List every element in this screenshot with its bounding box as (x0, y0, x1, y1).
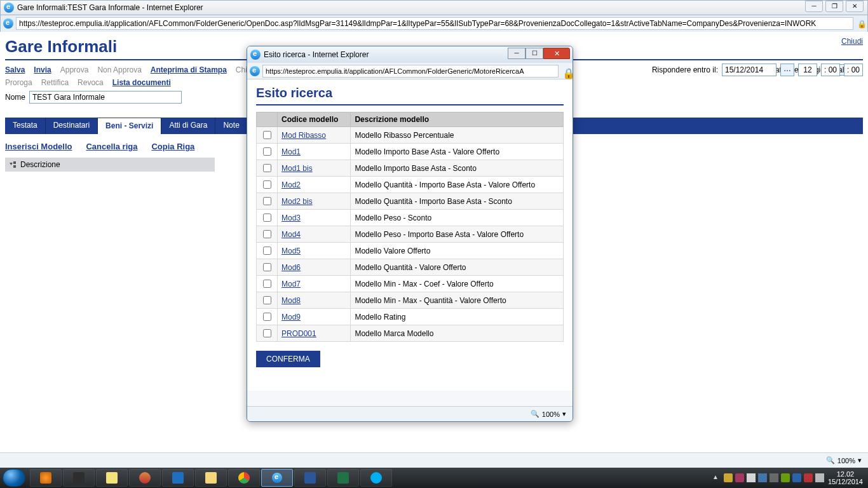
codice-link[interactable]: Mod1 bis (281, 164, 313, 173)
row-checkbox[interactable] (263, 329, 271, 337)
start-button[interactable] (3, 469, 25, 487)
popup-url-input[interactable] (262, 65, 559, 78)
task-chrome[interactable] (228, 469, 260, 487)
task-ie[interactable] (261, 469, 293, 487)
rispondere-mm-input[interactable] (821, 64, 840, 76)
row-checkbox[interactable] (263, 280, 271, 288)
tab-destinatari[interactable]: Destinatari (46, 118, 98, 134)
row-checkbox[interactable] (263, 147, 271, 156)
codice-link[interactable]: Mod4 (281, 230, 301, 239)
popup-maximize-button[interactable]: ☐ (526, 48, 543, 59)
task-skype[interactable] (360, 469, 392, 487)
task-word[interactable] (294, 469, 326, 487)
results-table: Codice modello Descrizione modello Mod R… (256, 112, 564, 342)
date-picker-button[interactable]: … (780, 64, 794, 76)
tray-nvidia-icon[interactable] (781, 473, 790, 482)
popup-minimize-button[interactable]: ─ (508, 48, 526, 59)
codice-link[interactable]: Mod2 (281, 180, 301, 189)
close-link[interactable]: Chiudi (841, 37, 863, 46)
task-excel[interactable] (327, 469, 359, 487)
rispondere-date-input[interactable] (722, 64, 776, 76)
codice-link[interactable]: PROD001 (281, 329, 316, 338)
table-row: Mod1Modello Importo Base Asta - Valore O… (257, 144, 564, 160)
tray-shield-icon[interactable] (724, 473, 733, 482)
codice-link[interactable]: Mod Ribasso (281, 131, 326, 140)
row-checkbox[interactable] (263, 230, 271, 238)
clock[interactable]: 12.02 15/12/2014 (828, 470, 863, 485)
tray-n-icon[interactable] (735, 473, 744, 482)
task-media-player[interactable] (30, 469, 62, 487)
zoom-dropdown-icon[interactable]: ▾ (562, 410, 566, 418)
row-checkbox[interactable] (263, 247, 271, 255)
row-checkbox[interactable] (263, 313, 271, 321)
descrizione-cell: Modello Peso - Importo Base Asta - Valor… (351, 226, 564, 243)
taskbar: ▲ 12.02 15/12/2014 (0, 468, 868, 488)
inserisci-modello-link[interactable]: Inserisci Modello (5, 142, 72, 151)
main-url-input[interactable] (16, 17, 853, 30)
tab-testata[interactable]: Testata (5, 118, 46, 134)
codice-link[interactable]: Mod5 (281, 247, 301, 255)
row-checkbox[interactable] (263, 180, 271, 189)
tray-network-icon[interactable] (758, 473, 767, 482)
tray-up-icon[interactable]: ▲ (712, 473, 721, 482)
task-snipping[interactable] (129, 469, 161, 487)
revoca-link: Revoca (78, 78, 104, 87)
task-explorer[interactable] (195, 469, 227, 487)
tab-atti-di-gara[interactable]: Atti di Gara (161, 118, 215, 134)
table-row: Mod2 bisModello Quantità - Importo Base … (257, 193, 564, 210)
salva-link[interactable]: Salva (5, 65, 25, 74)
main-window-title: Gare Informali:TEST Gara Informale - Int… (17, 3, 203, 12)
invia-link[interactable]: Invia (34, 65, 51, 74)
approva-link: Approva (60, 65, 89, 74)
zoom-dropdown-icon[interactable]: ▾ (858, 456, 862, 464)
popup-zoom-value: 100% (542, 410, 560, 418)
conferma-button[interactable]: CONFERMA (256, 351, 320, 367)
tab-note[interactable]: Note (215, 118, 247, 134)
non-approva-link: Non Approva (97, 65, 141, 74)
nome-label: Nome (5, 93, 25, 102)
cancella-riga-link[interactable]: Cancella riga (86, 142, 137, 151)
tray-icons[interactable]: ▲ (712, 473, 824, 482)
clock-date: 15/12/2014 (828, 478, 863, 485)
codice-link[interactable]: Mod7 (281, 280, 301, 288)
close-button[interactable]: ✕ (846, 1, 864, 12)
copia-riga-link[interactable]: Copia Riga (151, 142, 194, 151)
tray-av-icon[interactable] (804, 473, 813, 482)
nome-input[interactable] (29, 91, 182, 104)
zoom-icon[interactable]: 🔍 (826, 456, 835, 464)
rispondere-ss-input[interactable] (844, 64, 863, 76)
codice-link[interactable]: Mod2 bis (281, 197, 313, 206)
task-sticky-notes[interactable] (96, 469, 128, 487)
tray-flag-icon[interactable] (747, 473, 756, 482)
descrizione-cell: Modello Quantità - Importo Base Asta - S… (351, 193, 564, 210)
task-vaio[interactable] (63, 469, 95, 487)
minimize-button[interactable]: ─ (805, 1, 823, 12)
tray-power-icon[interactable] (815, 473, 824, 482)
codice-link[interactable]: Mod9 (281, 313, 301, 322)
popup-close-button[interactable]: ✕ (543, 48, 570, 59)
table-row: Mod5Modello Valore Offerto (257, 243, 564, 259)
rispondere-hh-input[interactable] (798, 64, 817, 76)
row-checkbox[interactable] (263, 296, 271, 304)
tray-vol-icon[interactable] (770, 473, 778, 482)
row-checkbox[interactable] (263, 263, 271, 271)
tray-bt-icon[interactable] (792, 473, 801, 482)
codice-link[interactable]: Mod3 (281, 214, 301, 222)
row-checkbox[interactable] (263, 197, 271, 205)
main-titlebar: Gare Informali:TEST Gara Informale - Int… (0, 0, 868, 15)
anteprima-link[interactable]: Anteprima di Stampa (151, 65, 227, 74)
tab-beni-servizi[interactable]: Beni - Servizi (98, 118, 161, 134)
row-checkbox[interactable] (263, 131, 271, 139)
codice-link[interactable]: Mod6 (281, 263, 301, 272)
row-checkbox[interactable] (263, 214, 271, 222)
restore-button[interactable]: ❐ (825, 1, 843, 12)
select-icon[interactable] (9, 161, 17, 168)
zoom-value: 100% (837, 457, 855, 464)
codice-link[interactable]: Mod1 (281, 147, 301, 156)
zoom-icon[interactable]: 🔍 (531, 410, 539, 418)
task-outlook[interactable] (162, 469, 194, 487)
popup-titlebar[interactable]: Esito ricerca - Internet Explorer ─ ☐ ✕ (247, 46, 573, 63)
lista-documenti-link[interactable]: Lista documenti (112, 78, 171, 87)
codice-link[interactable]: Mod8 (281, 296, 301, 305)
row-checkbox[interactable] (263, 164, 271, 172)
